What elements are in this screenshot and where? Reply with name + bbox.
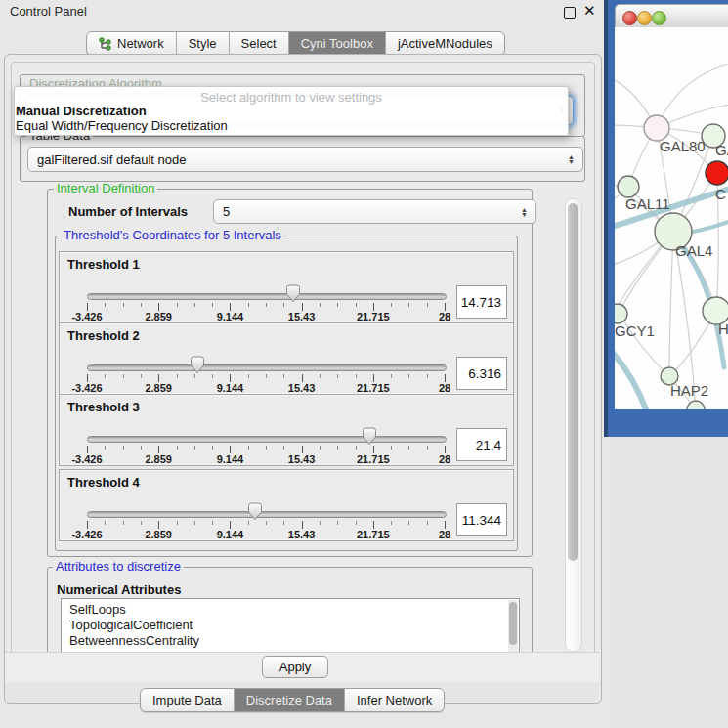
slider-track[interactable] (87, 511, 447, 518)
tick-mark (87, 303, 88, 311)
popup-item-equal-width-frequency[interactable]: Equal Width/Frequency Discretization (16, 118, 563, 133)
tick-label: 15.43 (278, 529, 326, 540)
tick-mark (177, 374, 178, 378)
tick-mark (105, 521, 106, 525)
popup-hint: Select algorithm to view settings (15, 90, 568, 105)
table-data-combobox[interactable]: galFiltered.sif default node ▲▼ (27, 147, 583, 172)
tick-mark (337, 303, 338, 307)
tab-select[interactable]: Select (230, 32, 289, 55)
tab-impute-data[interactable]: Impute Data (141, 689, 235, 711)
tick-mark (283, 521, 284, 525)
tick-mark (87, 521, 88, 529)
tab-network[interactable]: Network (87, 32, 177, 55)
tick-mark (194, 446, 195, 450)
tick-mark (194, 303, 195, 307)
list-item-betweennesscentrality[interactable]: BetweennessCentrality (62, 633, 519, 649)
node-label-partial: GA (715, 142, 728, 158)
node-label-gal11: GAL11 (625, 195, 670, 212)
slider-thumb[interactable] (247, 502, 263, 521)
slider-track[interactable] (87, 364, 447, 371)
slider-track[interactable] (87, 293, 447, 300)
threshold-value-field[interactable]: 6.316 (456, 357, 507, 390)
popup-item-manual-discretization[interactable]: Manual Discretization (16, 104, 563, 118)
tick-mark (302, 446, 303, 453)
tick-mark (141, 303, 142, 307)
minimize-traffic-light[interactable] (637, 11, 652, 25)
close-icon[interactable]: ✕ (583, 2, 596, 20)
threshold-value-field[interactable]: 11.344 (456, 503, 507, 536)
tick-label: 9.144 (205, 453, 254, 465)
threshold-3-row: Threshold 3-3.4262.8599.14415.4321.71528… (59, 394, 514, 466)
network-node-gcy1[interactable] (615, 304, 627, 323)
tick-label: 15.43 (278, 453, 326, 465)
tick-mark (320, 374, 321, 378)
attributes-scrollbar[interactable] (508, 600, 518, 653)
tick-label: 2.859 (134, 529, 183, 540)
tick-mark (302, 374, 303, 382)
tick-mark (248, 521, 249, 525)
bottom-tab-strip: Impute Data Discretize Data Infer Networ… (140, 688, 445, 712)
slider-thumb[interactable] (362, 427, 377, 446)
list-item-selfloops[interactable]: SelfLoops (62, 599, 519, 618)
tick-mark (212, 446, 213, 450)
tick-mark (87, 374, 88, 382)
slider-track[interactable] (87, 436, 447, 443)
tab-style[interactable]: Style (177, 32, 230, 55)
tick-mark (373, 446, 374, 453)
network-node-red[interactable] (706, 161, 728, 185)
network-window-titlebar[interactable] (615, 4, 728, 29)
threshold-value-field[interactable]: 14.713 (456, 285, 507, 319)
number-of-intervals-combobox[interactable]: 5 ▲▼ (213, 199, 536, 224)
tick-mark (266, 521, 267, 525)
tick-label: 9.144 (205, 382, 254, 394)
tick-mark (123, 521, 124, 525)
tab-select-label: Select (241, 36, 277, 51)
threshold-value-field[interactable]: 21.4 (456, 428, 507, 461)
node-label-hap2: HAP2 (670, 382, 708, 399)
tick-mark (337, 374, 338, 378)
tick-mark (266, 374, 267, 378)
tick-label: 2.859 (134, 382, 183, 394)
scrollbar-thumb[interactable] (568, 203, 578, 561)
node-label-gal4: GAL4 (675, 242, 712, 259)
tick-mark (194, 521, 195, 525)
tick-mark (212, 374, 213, 378)
tick-mark (356, 521, 357, 525)
tab-discretize-data[interactable]: Discretize Data (235, 689, 345, 711)
tick-mark (266, 303, 267, 307)
tick-mark (427, 521, 428, 525)
slider-thumb[interactable] (190, 356, 205, 374)
tick-mark (373, 521, 374, 529)
tab-jactivemnodules[interactable]: jActiveMNodules (386, 32, 504, 55)
slider-thumb[interactable] (285, 284, 301, 303)
tick-mark (445, 521, 446, 529)
tick-label: 2.859 (134, 453, 183, 465)
float-window-icon[interactable] (564, 7, 576, 19)
list-item-topologicalcoefficient[interactable]: TopologicalCoefficient (62, 618, 519, 633)
numerical-attributes-list: SelfLoops TopologicalCoefficient Between… (61, 598, 520, 657)
tick-mark (123, 374, 124, 378)
close-traffic-light[interactable] (622, 11, 637, 25)
tick-mark (408, 303, 409, 307)
threshold-2-row: Threshold 2-3.4262.8599.14415.4321.71528… (59, 322, 514, 395)
main-scrollbar[interactable] (565, 198, 582, 652)
network-node-gal11[interactable] (618, 176, 639, 197)
tab-cyni-toolbox[interactable]: Cyni Toolbox (289, 32, 386, 55)
node-label-partial: H (718, 321, 728, 337)
tick-mark (230, 303, 231, 311)
network-canvas[interactable]: GAL80 GA C GAL11 GAL4 GCY1 H HAP2 (615, 27, 728, 409)
apply-button[interactable]: Apply (262, 656, 328, 678)
tick-mark (248, 446, 249, 450)
zoom-traffic-light[interactable] (652, 11, 666, 25)
table-data-value: galFiltered.sif default node (37, 152, 186, 167)
tick-mark (320, 446, 321, 450)
tab-impute-data-label: Impute Data (152, 693, 222, 707)
node-label-partial: C (715, 186, 726, 202)
tick-mark (373, 374, 374, 382)
network-window-frame-edge (604, 0, 608, 437)
tick-label: 9.144 (205, 311, 254, 322)
tick-mark (123, 446, 124, 450)
algorithm-popup: Select algorithm to view settings Manual… (14, 86, 569, 136)
tab-infer-network[interactable]: Infer Network (345, 689, 444, 711)
scrollbar-thumb[interactable] (509, 602, 517, 645)
